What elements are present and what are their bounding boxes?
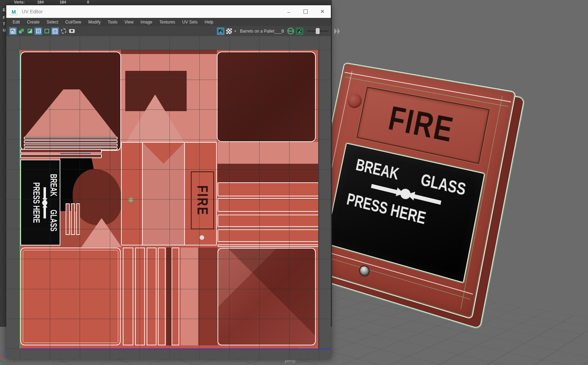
maximize-icon: [303, 9, 308, 14]
texture-press-here-label: PRESS HERE: [31, 182, 41, 223]
maximize-button[interactable]: [297, 5, 314, 18]
menu-cut-sew[interactable]: Cut/Sew: [62, 20, 85, 25]
uv-shell-strip[interactable]: [20, 149, 102, 153]
screw-dot: [200, 235, 204, 240]
menu-tools[interactable]: Tools: [104, 20, 121, 25]
uv-shell-strip[interactable]: [218, 215, 319, 227]
expand-toolbar-icon[interactable]: [334, 28, 340, 34]
uv-texture-space: BREAK GLASS PRESS HERE: [20, 50, 319, 349]
texture-region: [198, 248, 218, 345]
dim-image-icon[interactable]: [60, 27, 67, 35]
fire-plate-label: FIRE: [386, 99, 457, 150]
texture-glass-label: GLASS: [48, 210, 59, 231]
uv-shell-slat[interactable]: [158, 248, 166, 345]
menu-image[interactable]: Image: [137, 20, 156, 25]
menu-modify[interactable]: Modify: [85, 20, 104, 25]
texture-name-label[interactable]: Barrels on a Pallet___B: [240, 29, 284, 34]
texture-region: [166, 248, 172, 345]
maya-logo-icon: M: [10, 8, 18, 15]
texture-region: [143, 143, 184, 245]
menu-create[interactable]: Create: [24, 20, 43, 25]
uv-shell-slat[interactable]: [71, 203, 75, 235]
uv-editor-window: M UV Editor – ✕ Edit Create Select Cut/S…: [6, 5, 331, 359]
texture-region: [121, 50, 217, 54]
camera-label: persp: [285, 359, 295, 364]
window-title: UV Editor: [22, 9, 43, 14]
texture-fire-label: FIRE: [194, 185, 211, 216]
hud-verts-total: 184: [37, 0, 44, 4]
uv-canvas[interactable]: BREAK GLASS PRESS HERE: [6, 36, 331, 359]
uv-shell-slat[interactable]: [172, 248, 179, 345]
uv-shell-back-plate[interactable]: [20, 248, 121, 345]
uv-border-edge: [142, 143, 143, 245]
menu-textures[interactable]: Textures: [156, 20, 179, 25]
uv-shell-strip[interactable]: [24, 144, 118, 147]
hud-verts-selected: 184: [60, 0, 66, 4]
uv-shell-top-left[interactable]: [20, 52, 121, 151]
close-button[interactable]: ✕: [314, 5, 331, 18]
uv-tile-layout-icon[interactable]: [9, 27, 17, 35]
texture-region: [25, 89, 116, 136]
titlebar[interactable]: M UV Editor – ✕: [6, 5, 331, 18]
uv-shell-strip[interactable]: [218, 244, 319, 247]
texture-region: [218, 164, 319, 182]
uv-shell-slat[interactable]: [66, 203, 70, 235]
shade-uvs-icon[interactable]: [26, 27, 34, 35]
uv-shell-slat[interactable]: [135, 248, 145, 345]
minimize-button[interactable]: –: [280, 5, 297, 18]
image-display-icon[interactable]: [217, 27, 225, 35]
left-arrow-icon: [414, 194, 441, 204]
molded-dot: [346, 92, 363, 109]
hud-edges-label: E: [3, 8, 6, 12]
chevron-down-icon[interactable]: ▾: [234, 29, 236, 33]
menu-view[interactable]: View: [121, 20, 137, 25]
texture-region: [181, 248, 198, 345]
screw-icon: [359, 265, 369, 277]
uv-shell-strip[interactable]: [20, 154, 102, 158]
break-glass-panel: BREAK GLASS PRESS HERE: [326, 144, 484, 282]
checker-map-icon[interactable]: [226, 28, 232, 34]
menu-uv-sets[interactable]: UV Sets: [179, 20, 201, 25]
stack-shells-icon[interactable]: [18, 27, 25, 35]
axis-z-label: z: [4, 348, 6, 352]
uv-shell-strip[interactable]: [218, 229, 319, 242]
image-icon[interactable]: [296, 27, 303, 35]
uv-shell-strip[interactable]: [218, 198, 319, 212]
toolbar: ▾ Barrels on a Pallet___B RGB: [6, 26, 331, 36]
uv-shell-strip[interactable]: [218, 182, 319, 196]
uv-shell-slat[interactable]: [147, 248, 156, 345]
uv-shell-slat[interactable]: [76, 203, 80, 235]
maya-application: FIRE BREAK GLASS PRESS HERE: [0, 0, 588, 365]
menu-select[interactable]: Select: [43, 20, 62, 25]
hud-faces-label: F: [3, 15, 6, 20]
uv-border-edge: [184, 143, 185, 245]
uv-shell-bottom-right[interactable]: [218, 248, 316, 345]
menu-help[interactable]: Help: [201, 20, 217, 25]
uv-shell-slat[interactable]: [123, 248, 133, 345]
menu-edit[interactable]: Edit: [9, 20, 24, 25]
uv-shell-break-glass[interactable]: BREAK GLASS PRESS HERE: [20, 160, 60, 245]
hud-verts-count: 0: [87, 0, 89, 4]
uv-shell-top-right[interactable]: [217, 52, 316, 142]
v-axis-green-line: [20, 50, 20, 349]
right-arrow-icon: [44, 187, 46, 198]
uv-shell-front-face[interactable]: FIRE: [121, 142, 217, 245]
rgb-channels-icon[interactable]: RGB: [287, 28, 294, 34]
uv-shell-strip[interactable]: [24, 137, 118, 140]
display-image-icon[interactable]: [34, 27, 42, 35]
hud-verts-label: Verts:: [14, 0, 25, 4]
fire-alarm-model[interactable]: FIRE BREAK GLASS PRESS HERE: [334, 67, 544, 327]
left-arrow-icon: [44, 207, 46, 218]
uv-shell-strip[interactable]: [24, 140, 118, 143]
pixel-grid-icon[interactable]: [51, 27, 59, 35]
image-ratio-icon[interactable]: [43, 27, 51, 35]
exposure-slider[interactable]: [307, 31, 328, 32]
uv-snapshot-icon[interactable]: [68, 27, 76, 35]
slider-handle[interactable]: [316, 28, 320, 34]
right-arrow-icon: [371, 184, 397, 194]
screw-hole-dot: [128, 197, 134, 203]
texture-fire-plate: FIRE: [191, 171, 214, 229]
axis-x-label: x: [1, 354, 3, 358]
u-axis-red-line: [20, 348, 298, 349]
hud-uvs-label: U: [3, 28, 6, 32]
